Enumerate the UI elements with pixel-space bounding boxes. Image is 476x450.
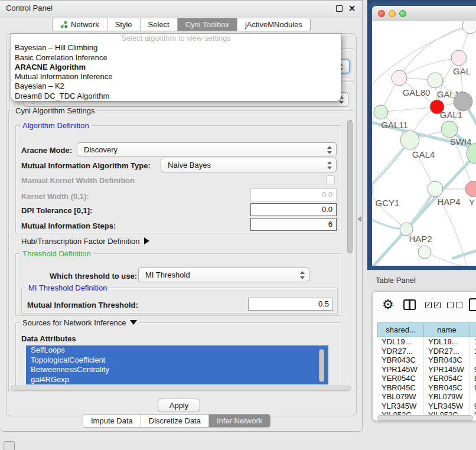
attributes-vertical-scrollbar[interactable]	[319, 349, 324, 382]
dropdown-item[interactable]: Mutual Information Inference	[11, 72, 341, 81]
close-icon[interactable]: ✕	[348, 1, 356, 16]
table-row[interactable]: YPR145WYPR145W9.	[377, 365, 476, 374]
window-close-button[interactable]	[378, 10, 385, 17]
table-panel-titlebar: Table Panel	[367, 270, 476, 291]
tab-impute-data[interactable]: Impute Data	[83, 415, 141, 427]
dpi-tolerance-field[interactable]: 0.0	[250, 203, 337, 216]
table-row[interactable]: YBR045CYBR045C9.	[377, 383, 476, 393]
dropdown-item[interactable]: Bayesian – K2	[11, 81, 341, 91]
network-node[interactable]	[462, 21, 476, 34]
network-node-gal80[interactable]	[392, 70, 407, 86]
aracne-mode-combo[interactable]: Discovery	[77, 142, 337, 157]
network-node-y[interactable]	[465, 181, 476, 197]
column-header[interactable]: name	[424, 322, 470, 337]
tab-infer-network[interactable]: Infer Network	[209, 415, 270, 427]
hub-definition-expander[interactable]: Hub/Transcription Factor Definition	[21, 237, 149, 246]
tab-select[interactable]: Select	[141, 18, 178, 31]
mi-steps-field[interactable]: 6	[250, 218, 337, 231]
network-node-gal[interactable]	[451, 50, 467, 66]
table-cell: YER054C	[377, 374, 424, 383]
dropdown-item[interactable]: Basic Correlation Inference	[11, 53, 341, 63]
mi-threshold-field[interactable]: 0.5	[248, 298, 333, 311]
attribute-item[interactable]: SelfLoops	[26, 345, 328, 356]
table-rows[interactable]: YDL19...YDL19...13YDR27...YDR27...12YBR0…	[377, 337, 476, 415]
split-columns-icon[interactable]	[403, 299, 416, 310]
column-header[interactable]	[470, 322, 476, 337]
table-cell: YDL19...	[424, 337, 470, 347]
network-node[interactable]	[454, 92, 472, 111]
manual-kernel-checkbox[interactable]	[326, 175, 335, 184]
network-node-hap4[interactable]	[428, 181, 443, 197]
panel-title: Control Panel	[0, 4, 53, 12]
mi-type-value: Naive Bayes	[168, 161, 211, 169]
network-node-gal11[interactable]	[374, 105, 388, 119]
mi-steps-label: Mutual Information Steps:	[21, 221, 116, 230]
table-cell: YDL19...	[377, 337, 424, 347]
network-nodes[interactable]: GALGAL80GAL10GAL1GAL11GAL4SWI4GCY1HAP4YH…	[372, 21, 476, 259]
kernel-width-field[interactable]: 0.0	[250, 188, 337, 201]
network-window-titlebar	[372, 6, 476, 22]
aracne-mode-label: Aracne Mode:	[21, 146, 72, 155]
sources-title: Sources for Network Inference	[22, 318, 126, 327]
table-cell: YER054C	[424, 374, 470, 383]
tab-discretize-data[interactable]: Discretize Data	[141, 415, 209, 427]
network-node-gal4[interactable]	[400, 131, 419, 149]
table-row[interactable]: YBL079WYBL079W	[377, 392, 476, 402]
column-header[interactable]: shared...	[377, 322, 424, 337]
data-attributes-list[interactable]: SelfLoopsTopologicalCoefficientBetweenne…	[26, 345, 328, 384]
window-minimize-button[interactable]	[389, 10, 396, 17]
dropdown-prompt: Select algorithm to view settings	[11, 34, 341, 43]
node-label: GAL11	[381, 120, 408, 130]
table-row[interactable]: YBR043CYBR043C	[377, 356, 476, 365]
table-cell: YBR043C	[377, 356, 424, 365]
settings-vertical-scrollbar[interactable]	[347, 120, 353, 253]
tab-cyni-toolbox[interactable]: Cyni Toolbox	[178, 18, 237, 31]
window-zoom-button[interactable]	[399, 10, 406, 17]
dropdown-item[interactable]: Dream8 DC_TDC Algorithm	[11, 92, 341, 101]
table-horizontal-scrollbar[interactable]	[377, 415, 473, 420]
network-icon	[60, 21, 68, 28]
table-cell: YBR045C	[377, 383, 424, 393]
which-threshold-combo[interactable]: MI Threshold	[138, 268, 309, 282]
apply-button[interactable]: Apply	[158, 399, 200, 412]
table-row[interactable]: YDR27...YDR27...12	[377, 347, 476, 356]
attribute-item[interactable]: TopologicalCoefficient	[26, 356, 328, 366]
select-all-checkbox-icon[interactable]: ✓	[425, 302, 432, 308]
network-canvas[interactable]: GALGAL80GAL10GAL1GAL11GAL4SWI4GCY1HAP4YH…	[372, 21, 476, 266]
which-threshold-value: MI Threshold	[145, 270, 190, 279]
gear-icon[interactable]: ⚙	[382, 297, 394, 312]
tab-network[interactable]: Network	[53, 18, 107, 31]
tab-jactivemnodules[interactable]: jActiveMNodules	[237, 18, 310, 31]
tab-label: Impute Data	[91, 416, 133, 425]
network-node[interactable]	[418, 246, 431, 259]
sources-expander[interactable]: Sources for Network Inference	[20, 319, 139, 327]
float-panel-icon[interactable]	[336, 5, 343, 12]
table-cell: 12	[470, 347, 476, 356]
attribute-item[interactable]: BetweennessCentrality	[26, 365, 328, 375]
deselect-all-checkbox-icon[interactable]	[447, 302, 454, 308]
table-row[interactable]: YDL19...YDL19...13	[377, 337, 476, 347]
minimized-panel-tab[interactable]	[4, 441, 15, 450]
settings-horizontal-scrollbar[interactable]	[11, 386, 351, 391]
attribute-item[interactable]: gal4RGexp	[26, 375, 328, 385]
dropdown-item[interactable]: Bayesian – Hill Climbing	[11, 43, 341, 53]
node-label: GCY1	[376, 198, 400, 208]
tab-label: Network	[71, 20, 99, 29]
table-panel-title: Table Panel	[367, 276, 416, 285]
network-node-gal10[interactable]	[428, 73, 443, 88]
panel-splitter-handle-icon[interactable]	[357, 216, 361, 222]
kernel-width-label: Kernel Width (0,1):	[21, 192, 89, 201]
document-icon[interactable]	[469, 298, 476, 311]
dropdown-item[interactable]: ARACNE Algorithm	[11, 63, 341, 72]
table-row[interactable]: YLR345WYLR345W9.	[377, 402, 476, 411]
mi-type-combo[interactable]: Naive Bayes	[161, 158, 337, 172]
tab-style[interactable]: Style	[107, 18, 141, 31]
node-label: Y	[469, 197, 475, 207]
table-row[interactable]: YER054CYER054C8.	[377, 374, 476, 383]
table-cell: YPR145W	[424, 365, 470, 374]
node-label: SWI4	[450, 136, 472, 146]
table-cell: YBL079W	[424, 392, 470, 402]
network-node-gal1[interactable]	[441, 121, 458, 138]
node-label: GAL80	[403, 87, 431, 97]
table-row[interactable]: YIL052CYIL052C9.	[377, 410, 476, 415]
